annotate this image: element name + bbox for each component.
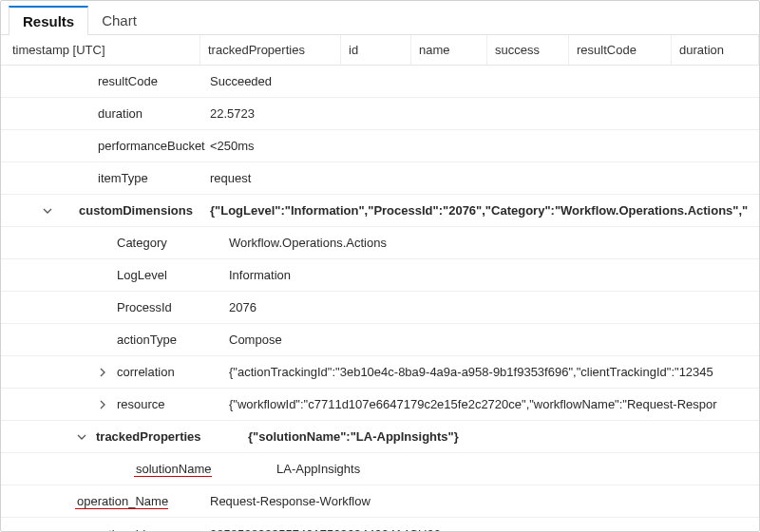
row-solutionname[interactable]: solutionName LA-AppInsights	[1, 453, 759, 485]
val-itemtype: request	[210, 171, 759, 185]
val-solutionname: LA-AppInsights	[248, 462, 759, 476]
row-loglevel[interactable]: LogLevel Information	[1, 259, 759, 292]
key-itemtype: itemType	[96, 171, 148, 185]
key-duration: duration	[96, 106, 142, 121]
col-duration[interactable]: duration	[672, 35, 759, 65]
col-timestamp[interactable]: timestamp [UTC]	[1, 35, 200, 65]
row-trackedproperties[interactable]: trackedProperties {"solutionName":"LA-Ap…	[1, 421, 759, 453]
key-performancebucket: performanceBucket	[96, 139, 205, 153]
val-actiontype: Compose	[210, 332, 759, 347]
row-performancebucket[interactable]: performanceBucket <250ms	[1, 130, 759, 162]
col-id[interactable]: id	[341, 35, 411, 65]
col-resultcode[interactable]: resultCode	[569, 35, 672, 65]
row-customdimensions[interactable]: customDimensions {"LogLevel":"Informatio…	[1, 195, 759, 227]
val-operationid: 08585283235574017503694490414CU00	[210, 527, 759, 533]
key-actiontype: actionType	[115, 332, 177, 347]
key-loglevel: LogLevel	[115, 268, 167, 282]
tabs-bar: Results Chart	[1, 1, 759, 35]
key-operationid: operation_Id	[75, 527, 145, 533]
column-headers: timestamp [UTC] trackedProperties id nam…	[1, 35, 759, 66]
row-correlation[interactable]: correlation {"actionTrackingId":"3eb10e4…	[1, 356, 759, 389]
col-name[interactable]: name	[411, 35, 487, 65]
val-resource: {"workflowId":"c7711d107e6647179c2e15fe2…	[210, 397, 759, 411]
val-operationname: Request-Response-Workflow	[210, 494, 759, 508]
chevron-right-icon[interactable]	[96, 398, 109, 411]
key-trackedproperties: trackedProperties	[94, 429, 201, 444]
key-resultcode: resultCode	[96, 74, 158, 88]
key-solutionname: solutionName	[134, 462, 212, 477]
key-processid: ProcessId	[115, 300, 172, 314]
col-trackedproperties[interactable]: trackedProperties	[200, 35, 341, 65]
row-category[interactable]: Category Workflow.Operations.Actions	[1, 227, 759, 259]
val-correlation: {"actionTrackingId":"3eb10e4c-8ba9-4a9a-…	[210, 365, 759, 379]
row-duration[interactable]: duration 22.5723	[1, 98, 759, 130]
row-resource[interactable]: resource {"workflowId":"c7711d107e664717…	[1, 389, 759, 421]
val-resultcode: Succeeded	[210, 74, 759, 88]
tab-results[interactable]: Results	[9, 6, 88, 35]
val-trackedproperties: {"solutionName":"LA-AppInsights"}	[248, 429, 759, 444]
key-correlation: correlation	[115, 365, 175, 379]
val-customdimensions: {"LogLevel":"Information","ProcessId":"2…	[210, 203, 759, 218]
val-category: Workflow.Operations.Actions	[210, 236, 759, 250]
val-processid: 2076	[210, 300, 759, 314]
col-success[interactable]: success	[487, 35, 569, 65]
val-duration: 22.5723	[210, 106, 759, 121]
chevron-down-icon[interactable]	[75, 430, 88, 444]
val-loglevel: Information	[210, 268, 759, 282]
row-resultcode[interactable]: resultCode Succeeded	[1, 66, 759, 98]
results-body: resultCode Succeeded duration 22.5723 pe…	[1, 66, 759, 532]
row-actiontype[interactable]: actionType Compose	[1, 324, 759, 356]
key-customdimensions: customDimensions	[77, 203, 193, 218]
row-itemtype[interactable]: itemType request	[1, 162, 759, 195]
row-processid[interactable]: ProcessId 2076	[1, 292, 759, 324]
chevron-down-icon[interactable]	[41, 204, 54, 218]
row-operationid[interactable]: operation_Id 085852832355740175036944904…	[1, 518, 759, 532]
key-category: Category	[115, 236, 167, 250]
key-operationname: operation_Name	[75, 494, 168, 509]
chevron-right-icon[interactable]	[96, 366, 109, 379]
key-resource: resource	[115, 397, 165, 411]
row-operationname[interactable]: operation_Name Request-Response-Workflow	[1, 485, 759, 518]
tab-chart[interactable]: Chart	[88, 5, 150, 34]
val-performancebucket: <250ms	[210, 139, 759, 153]
